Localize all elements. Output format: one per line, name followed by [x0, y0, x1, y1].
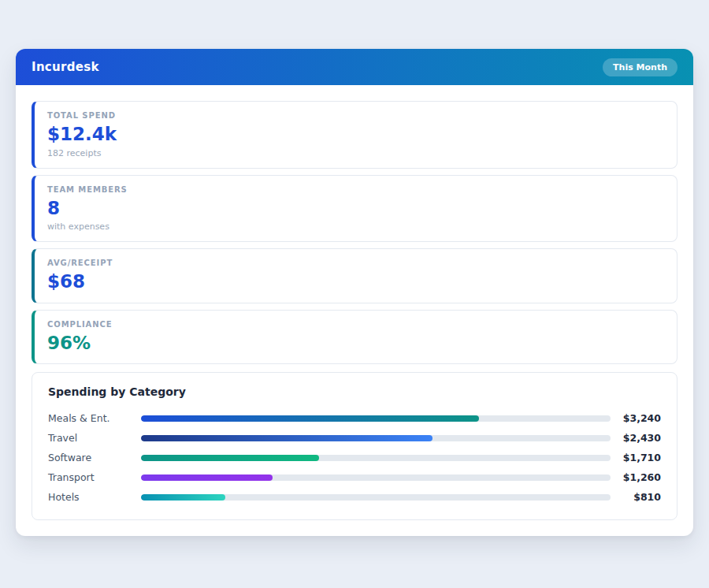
dashboard-content: TOTAL SPEND $12.4k 182 receipts TEAM MEM… — [16, 85, 693, 536]
stat-value: $68 — [47, 271, 664, 293]
category-amount: $1,260 — [611, 471, 661, 483]
bar-fill — [141, 435, 432, 441]
category-label: Software — [48, 452, 141, 463]
category-label: Transport — [48, 471, 141, 483]
stat-label: COMPLIANCE — [47, 320, 664, 329]
stat-label: TOTAL SPEND — [47, 111, 664, 120]
stat-value: $12.4k — [47, 124, 664, 146]
stat-card-total-spend: TOTAL SPEND $12.4k 182 receipts — [32, 101, 677, 169]
bar-track — [141, 415, 611, 422]
stat-label: TEAM MEMBERS — [47, 185, 664, 194]
app-title: Incurdesk — [32, 60, 99, 74]
dashboard-card: Incurdesk This Month TOTAL SPEND $12.4k … — [16, 49, 693, 536]
category-amount: $2,430 — [611, 432, 661, 444]
stat-card-team-members: TEAM MEMBERS 8 with expenses — [32, 175, 677, 243]
stat-card-compliance: COMPLIANCE 96% — [32, 310, 677, 365]
category-row-meals: Meals & Ent. $3,240 — [48, 408, 661, 428]
bar-track — [141, 474, 611, 481]
panel-title: Spending by Category — [48, 385, 661, 398]
stat-subtext: 182 receipts — [47, 148, 664, 158]
stat-label: AVG/RECEIPT — [47, 259, 664, 267]
bar-track — [141, 435, 611, 441]
bar-fill — [141, 494, 225, 501]
category-amount: $810 — [611, 491, 661, 503]
category-amount: $3,240 — [611, 412, 661, 424]
stat-value: 96% — [47, 333, 664, 355]
category-row-hotels: Hotels $810 — [48, 487, 661, 507]
stat-card-avg-receipt: AVG/RECEIPT $68 — [32, 248, 677, 303]
category-row-software: Software $1,710 — [48, 448, 661, 467]
category-amount: $1,710 — [611, 452, 661, 463]
stat-value: 8 — [47, 198, 664, 220]
bar-track — [141, 494, 611, 501]
bar-fill — [141, 455, 319, 461]
category-label: Travel — [48, 432, 141, 444]
bar-fill — [141, 415, 479, 422]
app-header: Incurdesk This Month — [16, 49, 693, 85]
category-label: Hotels — [48, 491, 141, 503]
period-badge[interactable]: This Month — [603, 58, 677, 76]
category-label: Meals & Ent. — [48, 412, 141, 424]
bar-track — [141, 455, 611, 461]
stat-subtext: with expenses — [47, 221, 664, 232]
bar-fill — [141, 474, 273, 481]
category-row-transport: Transport $1,260 — [48, 467, 661, 487]
category-row-travel: Travel $2,430 — [48, 428, 661, 448]
spending-by-category-panel: Spending by Category Meals & Ent. $3,240… — [32, 372, 677, 520]
